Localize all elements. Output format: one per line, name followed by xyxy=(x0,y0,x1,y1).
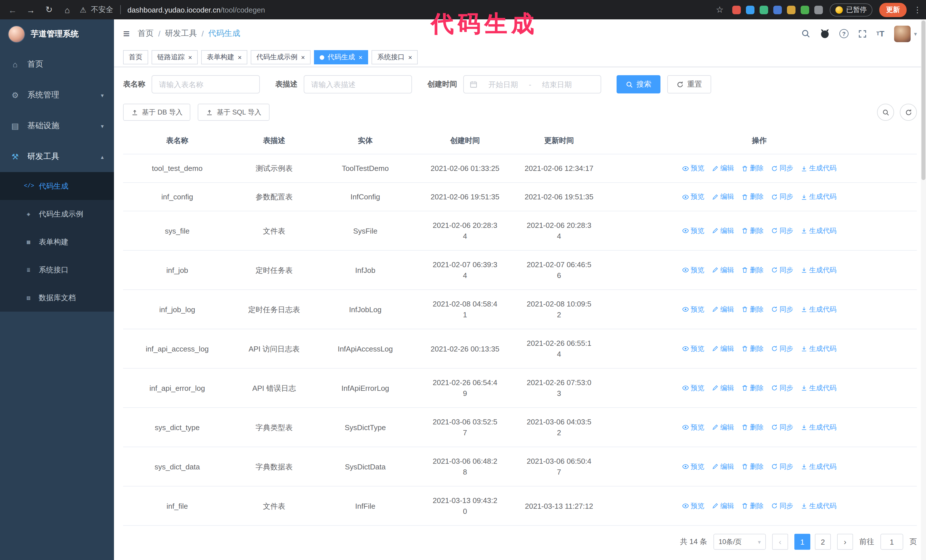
page-number-button[interactable]: 1 xyxy=(794,534,810,550)
view-tab[interactable]: 表单构建 × xyxy=(201,50,247,64)
table-name-input[interactable] xyxy=(151,75,260,94)
home-icon[interactable]: ⌂ xyxy=(62,5,73,15)
preview-link[interactable]: 预览 xyxy=(682,225,704,236)
generate-code-link[interactable]: 生成代码 xyxy=(800,265,837,275)
browser-extension-icon[interactable] xyxy=(760,5,768,14)
sidebar-submenu-item[interactable]: </> 代码生成 xyxy=(0,172,114,200)
delete-link[interactable]: 删除 xyxy=(741,343,764,354)
address-bar[interactable]: ⚠ 不安全 dashboard.yudao.iocoder.cn/tool/co… xyxy=(80,5,707,15)
sidebar-submenu-item[interactable]: ▦ 表单构建 xyxy=(0,228,114,256)
generate-code-link[interactable]: 生成代码 xyxy=(800,192,837,202)
user-menu[interactable]: ▾ xyxy=(894,25,917,42)
sidebar-menu-item[interactable]: ⚒ 研发工具 ▴ xyxy=(0,141,114,172)
browser-extension-icon[interactable] xyxy=(787,5,796,14)
preview-link[interactable]: 预览 xyxy=(682,343,704,354)
edit-link[interactable]: 编辑 xyxy=(712,163,734,174)
hamburger-icon[interactable]: ≡ xyxy=(123,28,130,39)
preview-link[interactable]: 预览 xyxy=(682,163,704,174)
delete-link[interactable]: 删除 xyxy=(741,192,764,202)
date-range-picker[interactable]: - xyxy=(463,75,601,94)
generate-code-link[interactable]: 生成代码 xyxy=(800,225,837,236)
refresh-button[interactable] xyxy=(900,104,917,121)
edit-link[interactable]: 编辑 xyxy=(712,304,734,315)
sync-link[interactable]: 同步 xyxy=(771,225,793,236)
preview-link[interactable]: 预览 xyxy=(682,422,704,433)
delete-link[interactable]: 删除 xyxy=(741,461,764,472)
browser-extension-icon[interactable] xyxy=(800,5,809,14)
preview-link[interactable]: 预览 xyxy=(682,192,704,202)
preview-link[interactable]: 预览 xyxy=(682,304,704,315)
view-tab[interactable]: 代码生成 × xyxy=(314,50,368,64)
import-sql-button[interactable]: 基于 SQL 导入 xyxy=(198,104,269,121)
edit-link[interactable]: 编辑 xyxy=(712,343,734,354)
sidebar-submenu-item[interactable]: ≣ 系统接口 xyxy=(0,256,114,284)
page-size-select[interactable]: 10条/页 ▾ xyxy=(713,534,766,550)
goto-page-input[interactable] xyxy=(881,534,903,550)
sync-link[interactable]: 同步 xyxy=(771,163,793,174)
sync-link[interactable]: 同步 xyxy=(771,500,793,511)
sync-link[interactable]: 同步 xyxy=(771,192,793,202)
start-date-input[interactable] xyxy=(481,80,525,89)
page-number-button[interactable]: 2 xyxy=(815,534,831,550)
fullscreen-icon[interactable] xyxy=(858,29,867,38)
delete-link[interactable]: 删除 xyxy=(741,500,764,511)
reset-button[interactable]: 重置 xyxy=(667,75,711,94)
toggle-search-button[interactable] xyxy=(877,104,894,121)
edit-link[interactable]: 编辑 xyxy=(712,500,734,511)
sync-link[interactable]: 同步 xyxy=(771,265,793,275)
delete-link[interactable]: 删除 xyxy=(741,304,764,315)
generate-code-link[interactable]: 生成代码 xyxy=(800,500,837,511)
breadcrumb-home[interactable]: 首页 xyxy=(138,29,154,39)
sync-link[interactable]: 同步 xyxy=(771,461,793,472)
close-icon[interactable]: × xyxy=(408,54,412,61)
browser-extension-icon[interactable] xyxy=(746,5,755,14)
preview-link[interactable]: 预览 xyxy=(682,461,704,472)
delete-link[interactable]: 删除 xyxy=(741,265,764,275)
delete-link[interactable]: 删除 xyxy=(741,383,764,393)
bookmark-star-icon[interactable]: ☆ xyxy=(714,5,725,15)
browser-extension-icon[interactable] xyxy=(773,5,782,14)
delete-link[interactable]: 删除 xyxy=(741,163,764,174)
generate-code-link[interactable]: 生成代码 xyxy=(800,304,837,315)
delete-link[interactable]: 删除 xyxy=(741,225,764,236)
generate-code-link[interactable]: 生成代码 xyxy=(800,343,837,354)
sidebar-menu-item[interactable]: ▤ 基础设施 ▾ xyxy=(0,110,114,141)
sync-link[interactable]: 同步 xyxy=(771,422,793,433)
edit-link[interactable]: 编辑 xyxy=(712,265,734,275)
generate-code-link[interactable]: 生成代码 xyxy=(800,383,837,393)
view-tab[interactable]: 首页 × xyxy=(123,50,148,64)
prev-page-button[interactable]: ‹ xyxy=(772,534,788,550)
search-icon[interactable] xyxy=(801,29,810,38)
kebab-menu-icon[interactable]: ⋮ xyxy=(914,5,919,14)
close-icon[interactable]: × xyxy=(359,54,362,61)
close-icon[interactable]: × xyxy=(301,54,305,61)
sidebar-menu-item[interactable]: ⌂ 首页 xyxy=(0,49,114,80)
preview-link[interactable]: 预览 xyxy=(682,265,704,275)
import-db-button[interactable]: 基于 DB 导入 xyxy=(123,104,191,121)
preview-link[interactable]: 预览 xyxy=(682,383,704,393)
paused-badge[interactable]: 已暂停 xyxy=(830,3,872,16)
sidebar-submenu-item[interactable]: ▥ 数据库文档 xyxy=(0,284,114,312)
sync-link[interactable]: 同步 xyxy=(771,304,793,315)
view-tab[interactable]: 代码生成示例 × xyxy=(251,50,310,64)
generate-code-link[interactable]: 生成代码 xyxy=(800,422,837,433)
next-page-button[interactable]: › xyxy=(837,534,853,550)
end-date-input[interactable] xyxy=(535,80,579,89)
view-tab[interactable]: 链路追踪 × xyxy=(151,50,198,64)
browser-extension-icon[interactable] xyxy=(814,5,823,14)
browser-extension-icon[interactable] xyxy=(732,5,741,14)
edit-link[interactable]: 编辑 xyxy=(712,383,734,393)
generate-code-link[interactable]: 生成代码 xyxy=(800,163,837,174)
close-icon[interactable]: × xyxy=(188,54,192,61)
forward-icon[interactable]: → xyxy=(25,5,36,15)
app-logo[interactable]: 芋道管理系统 xyxy=(0,20,114,49)
edit-link[interactable]: 编辑 xyxy=(712,225,734,236)
generate-code-link[interactable]: 生成代码 xyxy=(800,461,837,472)
reload-icon[interactable]: ↻ xyxy=(43,5,55,15)
scrollbar-thumb[interactable] xyxy=(921,21,925,180)
sidebar-menu-item[interactable]: ⚙ 系统管理 ▾ xyxy=(0,80,114,110)
table-desc-input[interactable] xyxy=(304,75,412,94)
sidebar-submenu-item[interactable]: ◈ 代码生成示例 xyxy=(0,200,114,228)
close-icon[interactable]: × xyxy=(238,54,242,61)
breadcrumb-devtools[interactable]: 研发工具 xyxy=(165,29,197,39)
